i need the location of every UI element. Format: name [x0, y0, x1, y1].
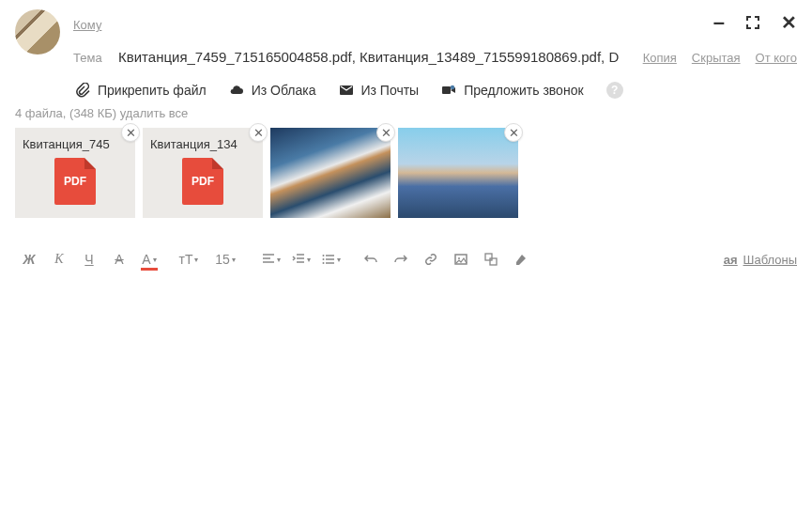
video-icon — [441, 83, 456, 98]
svg-rect-8 — [485, 254, 492, 260]
subject-input[interactable] — [118, 49, 630, 65]
font-size-select[interactable]: 15▾ — [205, 246, 246, 272]
image-icon — [454, 253, 467, 266]
font-size-glyph-button[interactable]: тТ▾ — [175, 246, 203, 272]
minimize-icon[interactable]: – — [713, 20, 725, 25]
svg-rect-9 — [490, 258, 497, 265]
attach-file-label: Прикрепить файл — [98, 83, 207, 98]
attachments-summary: 4 файла, (348 КБ) удалить все — [15, 106, 797, 120]
templates-button[interactable]: ая Шаблоны — [724, 253, 797, 267]
svg-point-2 — [451, 85, 454, 89]
list-button[interactable]: ▾ — [317, 246, 345, 272]
close-icon[interactable]: ✕ — [781, 11, 797, 34]
indent-button[interactable]: ▾ — [287, 246, 315, 272]
redo-icon — [394, 253, 407, 266]
from-mail-button[interactable]: Из Почты — [339, 83, 420, 98]
paperclip-icon — [75, 83, 90, 98]
italic-button[interactable]: К — [45, 246, 73, 272]
bcc-link[interactable]: Скрытая — [692, 51, 741, 65]
translate-icon — [484, 253, 498, 266]
svg-point-3 — [323, 255, 325, 256]
link-icon — [424, 253, 437, 266]
svg-point-4 — [323, 258, 325, 260]
link-button[interactable] — [417, 246, 445, 272]
image-button[interactable] — [447, 246, 475, 272]
from-cloud-button[interactable]: Из Облака — [229, 83, 316, 98]
underline-button[interactable]: Ч — [75, 246, 103, 272]
suggest-call-label: Предложить звонок — [464, 83, 583, 98]
align-icon — [262, 253, 275, 266]
svg-point-7 — [458, 257, 460, 259]
attachment-thumb[interactable]: ✕ — [398, 128, 518, 218]
avatar[interactable] — [15, 9, 60, 54]
align-button[interactable]: ▾ — [257, 246, 285, 272]
cc-link[interactable]: Копия — [643, 51, 677, 65]
attach-file-button[interactable]: Прикрепить файл — [75, 83, 207, 98]
mail-icon — [339, 83, 354, 98]
delete-all-link[interactable]: удалить все — [120, 106, 189, 120]
suggest-call-button[interactable]: Предложить звонок — [441, 83, 583, 98]
list-icon — [322, 253, 335, 266]
remove-attachment-button[interactable]: ✕ — [504, 123, 523, 142]
remove-attachment-button[interactable]: ✕ — [376, 123, 395, 142]
attachment-thumb[interactable]: Квитанция_134 PDF ✕ — [143, 128, 263, 218]
eraser-button[interactable] — [507, 246, 535, 272]
help-icon[interactable]: ? — [606, 82, 623, 99]
attachments-count: 4 файла, (348 КБ) — [15, 106, 116, 120]
editor-toolbar: Ж К Ч A A▾ тТ▾ 15▾ ▾ ▾ ▾ ая Шаблоны — [15, 241, 797, 278]
templates-label: Шаблоны — [743, 253, 798, 267]
attachment-thumb[interactable]: Квитанция_745 PDF ✕ — [15, 128, 135, 218]
attachment-name: Квитанция_745 — [23, 137, 110, 151]
redo-button[interactable] — [387, 246, 415, 272]
cloud-icon — [229, 83, 244, 98]
undo-button[interactable] — [357, 246, 385, 272]
from-mail-label: Из Почты — [361, 83, 420, 98]
eraser-icon — [514, 253, 528, 266]
pdf-icon: PDF — [54, 158, 96, 205]
from-cloud-label: Из Облака — [252, 83, 316, 98]
templates-icon: ая — [724, 253, 738, 267]
undo-icon — [364, 253, 377, 266]
from-link[interactable]: От кого — [756, 51, 797, 65]
pdf-icon: PDF — [182, 158, 223, 205]
translate-button[interactable] — [477, 246, 505, 272]
subject-label: Тема — [73, 51, 105, 65]
remove-attachment-button[interactable]: ✕ — [121, 123, 140, 142]
maximize-icon[interactable] — [745, 15, 760, 30]
bold-button[interactable]: Ж — [15, 246, 43, 272]
indent-icon — [292, 253, 305, 266]
svg-point-5 — [323, 262, 325, 264]
to-field-label[interactable]: Кому — [73, 18, 105, 32]
strike-button[interactable]: A — [105, 246, 133, 272]
remove-attachment-button[interactable]: ✕ — [249, 123, 268, 142]
attachment-thumb[interactable]: ✕ — [270, 128, 391, 218]
text-color-button[interactable]: A▾ — [135, 246, 163, 272]
svg-rect-1 — [442, 86, 451, 94]
attachment-name: Квитанция_134 — [150, 137, 237, 151]
